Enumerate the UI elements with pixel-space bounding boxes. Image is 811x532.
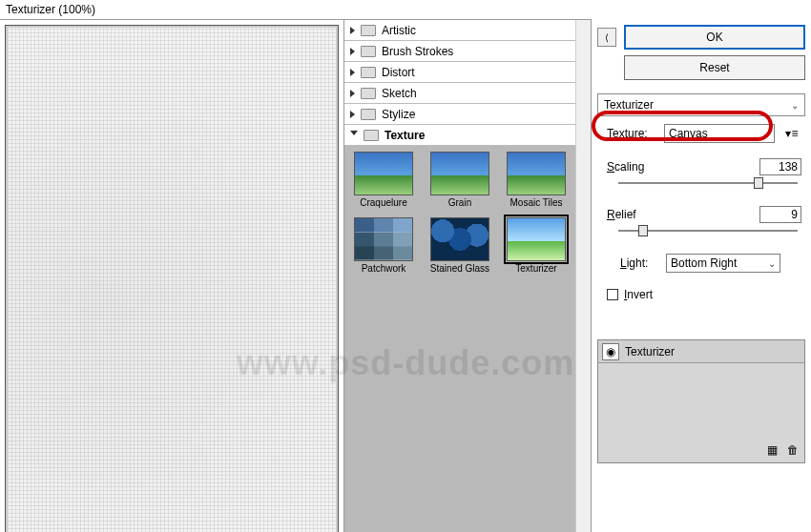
preview-image — [6, 26, 338, 532]
tree-row-stylize[interactable]: Stylize — [344, 104, 591, 125]
invert-checkbox[interactable] — [607, 289, 618, 300]
folder-icon — [364, 130, 379, 141]
ok-button[interactable]: OK — [624, 25, 805, 50]
thumb-image — [430, 152, 489, 195]
thumb-image — [430, 217, 489, 261]
new-effect-layer-button[interactable]: ▦ — [767, 443, 778, 457]
current-filter-dropdown[interactable]: Texturizer ⌄ — [597, 93, 805, 116]
effect-layer-toolbar: ▦ 🗑 — [598, 440, 804, 460]
chevron-down-icon: ⌄ — [768, 258, 776, 269]
effect-layer-row[interactable]: ◉ Texturizer — [598, 340, 804, 363]
invert-checkbox-row[interactable]: Invert — [607, 288, 801, 301]
texture-label: Texture: — [607, 127, 656, 140]
thumb-label: Patchwork — [362, 263, 406, 274]
thumb-label: Grain — [448, 197, 471, 208]
visibility-toggle[interactable]: ◉ — [602, 343, 619, 360]
folder-icon — [361, 46, 376, 57]
window-title: Texturizer (100%) — [0, 0, 811, 19]
tree-label: Brush Strokes — [382, 45, 453, 58]
preview-panel: − + 100% — [0, 19, 343, 532]
scaling-control: Scaling — [607, 158, 801, 191]
tree-label: Stylize — [382, 108, 415, 121]
tree-row-texture[interactable]: Texture — [344, 125, 591, 146]
tree-row-artistic[interactable]: Artistic — [344, 20, 591, 41]
eye-icon: ◉ — [606, 345, 615, 358]
preview-viewport[interactable] — [5, 25, 339, 532]
filter-thumb-craquelure[interactable]: Craquelure — [350, 152, 417, 208]
triangle-icon — [350, 27, 355, 34]
relief-label: Relief — [607, 208, 636, 221]
relief-input[interactable] — [759, 206, 801, 223]
triangle-icon — [350, 90, 355, 97]
folder-icon — [361, 25, 376, 36]
chevron-down-icon: ⌄ — [791, 100, 799, 111]
tree-label: Sketch — [382, 87, 417, 100]
filter-tree: Artistic Brush Strokes Distort Sketch — [344, 20, 591, 532]
folder-icon — [361, 88, 376, 99]
filter-tree-panel: Artistic Brush Strokes Distort Sketch — [343, 19, 592, 532]
filter-thumb-patchwork[interactable]: Patchwork — [350, 217, 417, 274]
light-value: Bottom Right — [671, 256, 737, 270]
texture-select[interactable]: Canvas ⌄ — [664, 124, 775, 143]
tree-label: Distort — [382, 66, 415, 79]
scaling-label: Scaling — [607, 160, 644, 174]
filter-thumb-grain[interactable]: Grain — [426, 152, 493, 208]
scaling-slider[interactable] — [618, 175, 798, 191]
collapse-toggle-button[interactable]: ⟨ — [597, 28, 616, 47]
thumb-label: Craquelure — [360, 197, 406, 208]
thumb-image — [354, 217, 413, 261]
effect-layer-name: Texturizer — [625, 345, 675, 358]
folder-icon — [361, 67, 376, 78]
light-label: Light: — [620, 256, 658, 270]
tree-label: Artistic — [382, 24, 416, 37]
thumb-image — [507, 217, 566, 261]
thumb-image — [507, 152, 566, 195]
light-row: Light: Bottom Right ⌄ — [607, 254, 801, 273]
filter-controls: Texture: Canvas ⌄ ▾≡ Scaling — [597, 116, 805, 301]
scrollbar[interactable] — [575, 20, 591, 532]
texture-value: Canvas — [669, 127, 708, 140]
effect-layers-panel: ◉ Texturizer ▦ 🗑 — [597, 339, 805, 463]
settings-panel: ⟨ OK Reset Texturizer ⌄ Texture: Canvas … — [592, 19, 811, 532]
reset-button[interactable]: Reset — [624, 55, 805, 80]
invert-label: Invert — [624, 288, 653, 301]
triangle-icon — [350, 111, 355, 118]
light-select[interactable]: Bottom Right ⌄ — [666, 254, 780, 273]
thumb-image — [354, 152, 413, 195]
content-area: − + 100% Artistic Brush Strokes — [0, 19, 811, 532]
scaling-input[interactable] — [759, 158, 801, 175]
filter-thumb-stained-glass[interactable]: Stained Glass — [426, 217, 493, 274]
delete-effect-layer-button[interactable]: 🗑 — [787, 443, 799, 457]
triangle-icon — [350, 69, 355, 76]
thumb-label: Mosaic Tiles — [509, 197, 562, 208]
tree-row-brush-strokes[interactable]: Brush Strokes — [344, 41, 591, 62]
thumb-label: Texturizer — [515, 263, 556, 274]
thumb-label: Stained Glass — [430, 263, 489, 274]
chevron-icon: ⟨ — [605, 32, 609, 43]
triangle-down-icon — [350, 131, 358, 139]
relief-slider[interactable] — [618, 223, 798, 238]
texture-options-button[interactable]: ▾≡ — [782, 124, 801, 143]
tree-row-distort[interactable]: Distort — [344, 62, 591, 83]
folder-icon — [361, 109, 376, 120]
filter-thumb-texturizer[interactable]: Texturizer — [503, 217, 570, 274]
chevron-down-icon: ⌄ — [762, 129, 770, 139]
filter-thumb-mosaic-tiles[interactable]: Mosaic Tiles — [503, 152, 570, 208]
thumbnail-area: Craquelure Grain Mosaic Tiles Patch — [344, 146, 591, 532]
tree-row-sketch[interactable]: Sketch — [344, 83, 591, 104]
triangle-icon — [350, 48, 355, 55]
current-filter-label: Texturizer — [604, 98, 654, 112]
relief-control: Relief — [607, 206, 801, 238]
texture-row: Texture: Canvas ⌄ ▾≡ — [607, 124, 801, 143]
filter-gallery-window: Texturizer (100%) − + 100% Artistic — [0, 0, 811, 532]
tree-label: Texture — [385, 129, 425, 142]
